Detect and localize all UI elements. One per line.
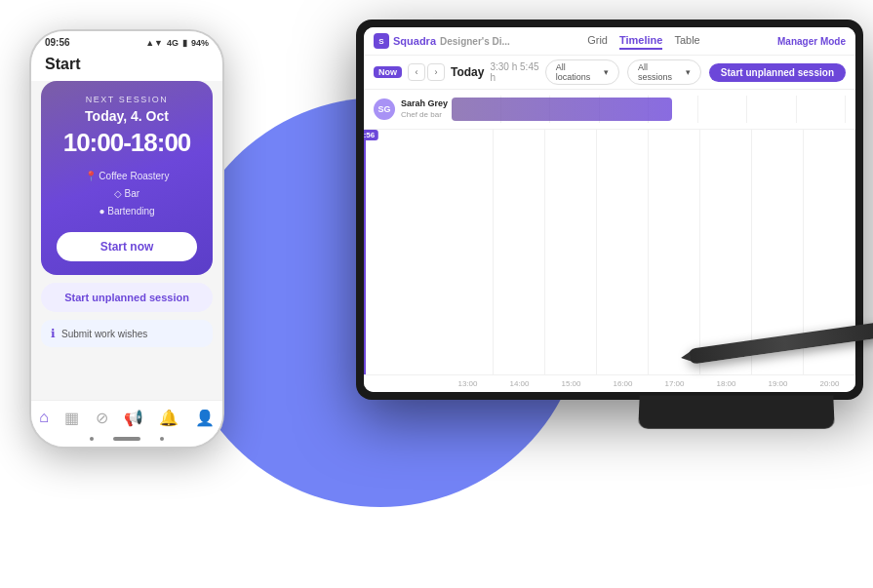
session-date: Today, 4. Oct <box>57 108 197 124</box>
hour-1700: 17:00 <box>649 379 700 388</box>
grid-line-7 <box>747 96 797 123</box>
employee-role: Chef de bar <box>401 110 448 120</box>
hour-1800: 18:00 <box>700 379 752 388</box>
hour-1500: 15:00 <box>545 379 597 388</box>
hour-labels-row: 13:00 14:00 15:00 16:00 17:00 18:00 19:0… <box>364 374 855 392</box>
sessions-filter-label: All sessions <box>638 62 683 82</box>
bg-grid-line-5 <box>649 130 700 374</box>
grid-line-8 <box>797 96 847 123</box>
tablet-topbar: S Squadra Designer's Di... Grid Timeline… <box>364 27 855 56</box>
toolbar-right: All locations ▾ All sessions ▾ Start unp… <box>545 59 846 85</box>
bg-grid-line-1 <box>442 130 494 374</box>
nav-bell-icon[interactable]: 🔔 <box>159 409 179 427</box>
start-unplanned-session-button[interactable]: Start unplanned session <box>41 283 213 312</box>
date-nav-arrows: ‹ › <box>408 63 445 81</box>
nav-calendar-icon[interactable]: ▦ <box>64 409 79 427</box>
phone-home-indicator <box>31 433 222 447</box>
current-time-line: 15:56 <box>364 130 366 374</box>
session-location: 📍 Coffee Roastery <box>57 168 197 185</box>
nav-person-icon[interactable]: 👤 <box>195 409 215 427</box>
sessions-filter-chevron: ▾ <box>686 67 691 77</box>
hour-1900: 19:00 <box>752 379 804 388</box>
bg-grid-line-3 <box>545 130 597 374</box>
next-session-label: NEXT SESSION <box>57 95 197 104</box>
hour-1400: 14:00 <box>494 379 545 388</box>
bg-grid-line-6 <box>700 130 752 374</box>
manager-mode-label[interactable]: Manager Mode <box>777 36 846 47</box>
session-time: 10:00-18:00 <box>57 128 197 158</box>
sessions-filter[interactable]: All sessions ▾ <box>627 59 701 85</box>
bg-grid-line-2 <box>494 130 545 374</box>
brand-logo-icon: S <box>374 33 389 49</box>
hour-1300: 13:00 <box>442 379 494 388</box>
home-indicator-bar <box>113 437 140 441</box>
location-filter[interactable]: All locations ▾ <box>545 59 619 85</box>
phone-status-bar: 09:56 ▲▼ 4G ▮ 94% <box>31 31 222 52</box>
phone-mockup: 09:56 ▲▼ 4G ▮ 94% Start NEXT SESSION Tod… <box>29 29 224 449</box>
submit-wishes-label: Submit work wishes <box>61 329 147 339</box>
start-now-button[interactable]: Start now <box>57 232 197 261</box>
today-label: Today <box>451 65 484 79</box>
submit-wishes-banner: ℹ Submit work wishes <box>41 320 213 347</box>
network-label: 4G <box>167 38 179 48</box>
battery-level: 94% <box>191 38 209 48</box>
tablet-stand <box>638 395 835 428</box>
bg-grid-line-4 <box>597 130 649 374</box>
tablet-toolbar: Now ‹ › Today 3:30 h 5:45 h All location… <box>364 56 855 90</box>
now-badge[interactable]: Now <box>374 66 402 78</box>
employee-name: Sarah Grey <box>401 98 448 110</box>
employee-avatar: SG <box>374 98 395 120</box>
tablet-start-unplanned-button[interactable]: Start unplanned session <box>709 63 846 82</box>
view-tabs: Grid Timeline Table <box>587 32 700 50</box>
hours-value: 3:30 h <box>490 61 517 72</box>
toolbar-left: Now ‹ › Today 3:30 h 5:45 h <box>374 61 545 83</box>
tablet-mockup: S Squadra Designer's Di... Grid Timeline… <box>356 20 863 400</box>
session-role: ● Bartending <box>57 203 197 220</box>
location-filter-chevron: ▾ <box>604 67 609 77</box>
grid-line-6 <box>698 96 748 123</box>
session-details: 📍 Coffee Roastery ◇ Bar ● Bartending <box>57 168 197 220</box>
nav-home-icon[interactable]: ⌂ <box>39 409 49 427</box>
phone-nav-bar: ⌂ ▦ ⊘ 📢 🔔 👤 <box>31 400 222 433</box>
phone-header-title: Start <box>45 56 80 72</box>
hour-1600: 16:00 <box>597 379 649 388</box>
phone-device: 09:56 ▲▼ 4G ▮ 94% Start NEXT SESSION Tod… <box>29 29 224 449</box>
nav-megaphone-icon[interactable]: 📢 <box>124 409 143 427</box>
employee-info: SG Sarah Grey Chef de bar <box>374 98 452 120</box>
phone-header: Start <box>31 52 222 81</box>
session-card: NEXT SESSION Today, 4. Oct 10:00-18:00 📍… <box>41 81 213 275</box>
brand-area: S Squadra Designer's Di... <box>374 33 510 49</box>
hour-2000: 20:00 <box>804 379 855 388</box>
tab-grid[interactable]: Grid <box>587 32 608 50</box>
prev-date-button[interactable]: ‹ <box>408 63 425 81</box>
timeline-track <box>452 96 846 123</box>
info-icon: ℹ <box>51 327 56 340</box>
hours-info: 3:30 h 5:45 h <box>490 61 544 83</box>
tablet-device: S Squadra Designer's Di... Grid Timeline… <box>356 20 863 400</box>
current-time-badge: 15:56 <box>364 130 378 140</box>
employee-row: SG Sarah Grey Chef de bar <box>364 90 855 130</box>
home-indicator-dot-left <box>90 437 94 441</box>
tab-table[interactable]: Table <box>674 32 699 50</box>
nav-slash-icon[interactable]: ⊘ <box>96 409 108 427</box>
tab-timeline[interactable]: Timeline <box>619 32 662 50</box>
signal-icon: ▲▼ <box>145 38 163 48</box>
employee-text: Sarah Grey Chef de bar <box>401 98 448 120</box>
phone-status-right: ▲▼ 4G ▮ 94% <box>145 38 209 48</box>
shift-bar[interactable] <box>452 98 672 121</box>
phone-time: 09:56 <box>45 37 70 48</box>
brand-name: Squadra <box>393 35 436 47</box>
battery-icon: ▮ <box>182 38 187 48</box>
session-department: ◇ Bar <box>57 185 197 203</box>
breadcrumb: Designer's Di... <box>440 36 510 47</box>
home-indicator-dot-right <box>160 437 164 441</box>
location-filter-label: All locations <box>556 62 601 82</box>
next-date-button[interactable]: › <box>427 63 445 81</box>
